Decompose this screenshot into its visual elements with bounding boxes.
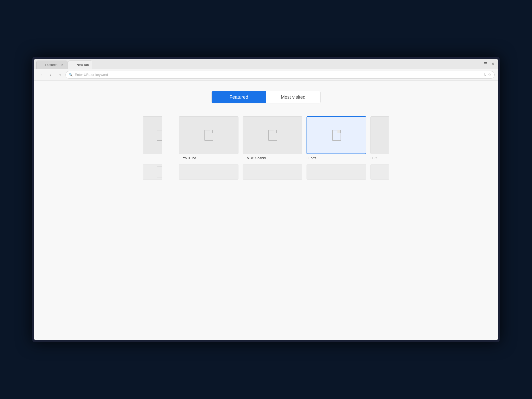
bookmark-icon-mbc-shahid: ☐ — [243, 156, 245, 160]
bookmark-item-r2-partial-right[interactable] — [370, 164, 389, 180]
tabs-area: ☐ Featured ✕ ☐ New Tab — [36, 59, 482, 69]
url-bar-actions: ↻ ☆ — [484, 73, 491, 77]
bookmark-label-partial-right: G — [375, 156, 377, 160]
url-bar[interactable]: 🔍 Enter URL or keyword ↻ ☆ — [65, 71, 495, 79]
forward-button[interactable]: › — [47, 71, 54, 78]
bookmark-item-r2-3[interactable] — [307, 164, 366, 180]
page-icon-mbc-shahid — [267, 129, 278, 142]
bookmark-thumb-r2-partial-right — [370, 164, 389, 180]
bookmark-thumb-mbc-shahid — [243, 116, 302, 154]
bookmark-thumb-r2-1 — [179, 164, 238, 180]
tab-new-icon: ☐ — [71, 63, 75, 67]
bookmark-label-sports: orts — [311, 156, 316, 160]
home-button[interactable]: ⌂ — [56, 71, 63, 78]
url-placeholder: Enter URL or keyword — [75, 73, 482, 77]
most-visited-tab-button[interactable]: Most visited — [266, 91, 320, 103]
page-icon-youtube — [203, 129, 214, 142]
page-icon-partial-left — [156, 129, 162, 142]
tab-featured-icon: ☐ — [40, 63, 43, 67]
featured-tab-button[interactable]: Featured — [212, 91, 266, 103]
tab-featured-close[interactable]: ✕ — [60, 63, 64, 67]
bookmark-thumb-sports — [307, 116, 366, 154]
bookmarks-row-1: ☐ ☐ YouTube — [143, 116, 389, 160]
tab-featured[interactable]: ☐ Featured ✕ — [36, 61, 68, 69]
refresh-button[interactable]: ↻ — [484, 73, 487, 77]
bookmark-thumb-youtube — [179, 116, 238, 154]
monitor-bezel: ☐ Featured ✕ ☐ New Tab ☰ ✕ ‹ › ⌂ � — [32, 57, 500, 342]
window-controls: ☰ ✕ — [482, 60, 496, 67]
bookmarks-row-2 — [143, 164, 389, 180]
menu-button[interactable]: ☰ — [482, 60, 488, 67]
browser-window: ☐ Featured ✕ ☐ New Tab ☰ ✕ ‹ › ⌂ � — [34, 59, 498, 340]
back-button[interactable]: ‹ — [37, 71, 45, 78]
bookmark-item-partial-right[interactable]: ☐ G — [370, 116, 389, 160]
bookmark-icon-youtube: ☐ — [179, 156, 181, 160]
page-icon-r2-partial-left — [156, 165, 162, 178]
bookmark-item-r2-2[interactable] — [243, 164, 302, 180]
bookmark-label-mbc-shahid: MBC Shahid — [247, 156, 266, 160]
bookmark-button[interactable]: ☆ — [488, 73, 491, 77]
page-icon-sports — [331, 129, 342, 142]
tab-new-label: New Tab — [77, 63, 89, 67]
bookmark-item-r2-1[interactable] — [179, 164, 238, 180]
close-button[interactable]: ✕ — [490, 60, 496, 67]
bookmark-thumb-r2-2 — [243, 164, 302, 180]
bookmark-item-youtube[interactable]: ☐ YouTube — [179, 116, 238, 160]
bookmark-item-partial-left[interactable]: ☐ — [143, 116, 162, 160]
content-area: Featured Most visited ☐ — [34, 81, 498, 340]
tab-featured-label: Featured — [45, 63, 57, 67]
tab-selector: Featured Most visited — [211, 91, 321, 103]
title-bar: ☐ Featured ✕ ☐ New Tab ☰ ✕ — [34, 59, 498, 69]
bookmark-item-sports[interactable]: ☐ orts — [307, 116, 366, 160]
bookmark-item-r2-partial-left[interactable] — [143, 164, 162, 180]
tab-new[interactable]: ☐ New Tab — [68, 61, 92, 69]
bookmark-label-youtube: YouTube — [183, 156, 196, 160]
bookmark-icon-sports: ☐ — [307, 156, 309, 160]
search-icon: 🔍 — [69, 73, 73, 77]
bookmark-icon-partial-right: ☐ — [370, 156, 373, 160]
nav-bar: ‹ › ⌂ 🔍 Enter URL or keyword ↻ ☆ — [34, 69, 498, 81]
bookmark-item-mbc-shahid[interactable]: ☐ MBC Shahid — [243, 116, 302, 160]
bookmark-thumb-r2-3 — [307, 164, 366, 180]
